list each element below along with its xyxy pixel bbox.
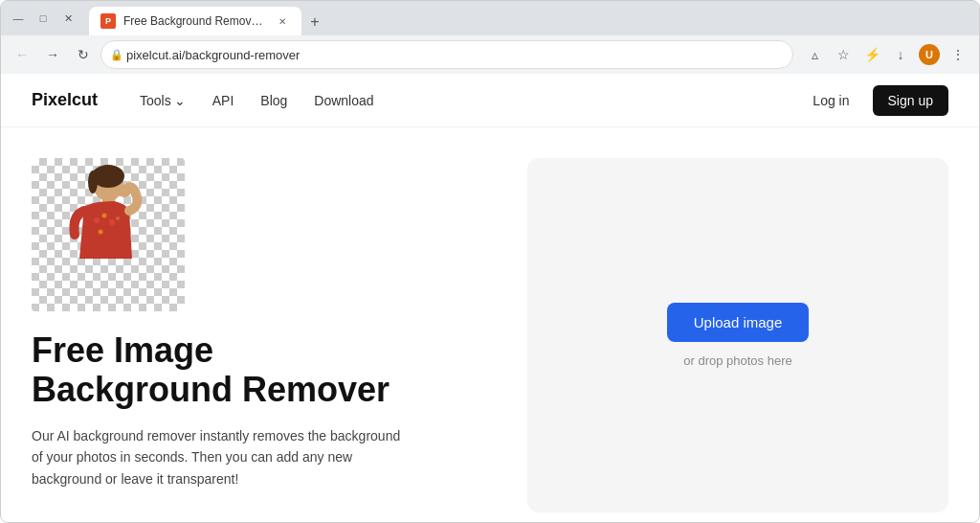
- page-content: Pixelcut Tools ⌄ API Blog Download Log i…: [1, 74, 979, 522]
- nav-tools[interactable]: Tools ⌄: [128, 85, 197, 116]
- active-tab[interactable]: P Free Background Remover: Re... ✕: [89, 7, 301, 35]
- address-wrapper: 🔒: [100, 40, 793, 69]
- tab-title: Free Background Remover: Re...: [123, 14, 267, 28]
- forward-button[interactable]: →: [39, 41, 66, 68]
- nav-actions: Log in Sign up: [797, 85, 948, 116]
- new-tab-button[interactable]: +: [301, 9, 328, 35]
- browser-window: — □ ✕ P Free Background Remover: Re... ✕…: [0, 0, 980, 523]
- hero-description: Our AI background remover instantly remo…: [32, 425, 414, 489]
- reload-button[interactable]: ↻: [70, 41, 97, 68]
- hero-title: Free Image Background Remover: [32, 330, 497, 410]
- upload-image-button[interactable]: Upload image: [667, 303, 810, 342]
- menu-button[interactable]: ⋮: [945, 41, 971, 68]
- cast-icon-button[interactable]: ▵: [801, 41, 828, 68]
- drop-label: or drop photos here: [683, 353, 791, 368]
- back-button[interactable]: ←: [9, 41, 35, 68]
- signup-button[interactable]: Sign up: [873, 85, 948, 116]
- hero-image: [32, 158, 185, 311]
- tab-close-button[interactable]: ✕: [275, 13, 290, 29]
- download-icon-button[interactable]: ↓: [887, 41, 914, 68]
- address-input[interactable]: [100, 40, 793, 69]
- profile-icon-button[interactable]: U: [916, 41, 943, 68]
- site-nav: Pixelcut Tools ⌄ API Blog Download Log i…: [1, 74, 979, 127]
- person-illustration: [51, 163, 156, 311]
- profile-avatar: U: [919, 44, 940, 65]
- bookmark-icon-button[interactable]: ☆: [830, 41, 857, 68]
- svg-point-2: [88, 171, 98, 193]
- svg-point-4: [94, 217, 100, 223]
- hero-section: Free Image Background Remover Our AI bac…: [1, 127, 979, 522]
- close-button[interactable]: ✕: [58, 9, 78, 28]
- nav-links: Tools ⌄ API Blog Download: [128, 85, 797, 116]
- hero-right: Upload image or drop photos here: [527, 158, 948, 522]
- minimize-button[interactable]: —: [9, 9, 28, 28]
- chevron-down-icon: ⌄: [174, 93, 186, 108]
- login-button[interactable]: Log in: [797, 85, 864, 116]
- address-bar: ← → ↻ 🔒 ▵ ☆ ⚡ ↓ U ⋮: [1, 35, 979, 74]
- nav-blog[interactable]: Blog: [249, 85, 299, 116]
- hero-left: Free Image Background Remover Our AI bac…: [32, 158, 497, 522]
- secure-icon: 🔒: [110, 49, 123, 61]
- svg-point-7: [99, 230, 103, 235]
- upload-area[interactable]: Upload image or drop photos here: [527, 158, 948, 512]
- extensions-icon-button[interactable]: ⚡: [858, 41, 885, 68]
- tab-favicon: P: [100, 13, 116, 29]
- window-controls: — □ ✕: [9, 9, 78, 28]
- nav-api[interactable]: API: [201, 85, 246, 116]
- title-bar: — □ ✕ P Free Background Remover: Re... ✕…: [1, 1, 979, 35]
- svg-point-5: [102, 214, 107, 218]
- tab-bar: P Free Background Remover: Re... ✕ +: [89, 1, 971, 35]
- maximize-button[interactable]: □: [33, 9, 53, 28]
- nav-download[interactable]: Download: [302, 85, 385, 116]
- toolbar-icons: ▵ ☆ ⚡ ↓ U ⋮: [801, 41, 971, 68]
- svg-point-6: [109, 219, 115, 225]
- svg-point-8: [116, 216, 120, 220]
- svg-point-9: [118, 186, 131, 197]
- brand-name: Pixelcut: [32, 90, 98, 110]
